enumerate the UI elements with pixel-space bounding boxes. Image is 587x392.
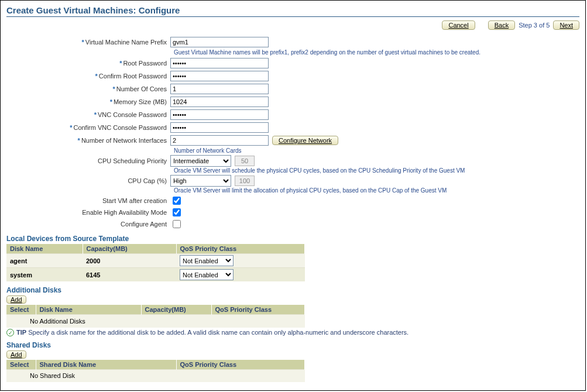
vm-name-prefix-label: Virtual Machine Name Prefix — [85, 39, 167, 46]
disk-name-cell: agent — [6, 254, 83, 268]
vnc-password-input[interactable] — [170, 109, 269, 120]
wizard-nav-bar: Cancel Back Step 3 of 5 Next — [6, 19, 579, 36]
col-qos: QoS Priority Class — [176, 244, 305, 254]
table-row: system 6145 Not Enabled — [6, 268, 305, 282]
configure-agent-label: Configure Agent — [121, 221, 167, 228]
cpu-sched-hint: Oracle VM Server will schedule the physi… — [12, 167, 579, 174]
qos-cell: Not Enabled — [176, 268, 305, 282]
tip-row: ✓ TIP Specify a disk name for the additi… — [6, 329, 579, 336]
start-vm-label: Start VM after creation — [102, 197, 167, 204]
additional-disks-table: Select Disk Name Capacity(MB) QoS Priori… — [6, 305, 305, 328]
disk-name-cell: system — [6, 268, 83, 282]
nic-count-input[interactable] — [170, 135, 269, 146]
col-disk-name: Disk Name — [6, 244, 83, 254]
col-qos: QoS Priority Class — [176, 360, 305, 370]
required-marker: * — [82, 39, 84, 46]
add-disk-button[interactable]: Add — [6, 295, 26, 304]
nic-hint: Number of Network Cards — [12, 147, 579, 154]
vm-name-prefix-input[interactable] — [170, 37, 269, 47]
vnc-password-label: VNC Console Password — [98, 111, 167, 118]
tip-label: TIP — [16, 329, 26, 336]
local-devices-table: Disk Name Capacity(MB) QoS Priority Clas… — [6, 244, 305, 281]
table-row: No Additional Disks — [6, 315, 305, 328]
qos-cell: Not Enabled — [176, 254, 305, 268]
nic-count-label: Number of Network Interfaces — [81, 137, 167, 144]
confirm-vnc-password-label: Confirm VNC Console Password — [73, 124, 167, 131]
root-password-label: Root Password — [123, 60, 167, 67]
col-qos: QoS Priority Class — [211, 305, 305, 315]
configure-network-button[interactable]: Configure Network — [272, 136, 338, 145]
cores-label: Number Of Cores — [116, 85, 167, 92]
configure-agent-checkbox[interactable] — [173, 220, 181, 228]
cpu-cap-label: CPU Cap (%) — [128, 177, 167, 184]
cpu-cap-select[interactable]: High — [170, 175, 231, 187]
col-select: Select — [6, 360, 36, 370]
page-title: Create Guest Virtual Machines: Configure — [6, 5, 579, 15]
shared-disks-table: Select Shared Disk Name QoS Priority Cla… — [6, 360, 305, 383]
cpu-sched-label: CPU Scheduling Priority — [98, 157, 167, 164]
capacity-cell: 2000 — [83, 254, 176, 268]
confirm-vnc-password-input[interactable] — [170, 122, 269, 133]
qos-select[interactable]: Not Enabled — [180, 255, 234, 266]
cores-input[interactable] — [170, 84, 269, 94]
empty-message: No Shared Disk — [6, 369, 305, 382]
qos-select[interactable]: Not Enabled — [180, 269, 234, 280]
ha-mode-checkbox[interactable] — [173, 208, 181, 216]
root-password-input[interactable] — [170, 58, 269, 68]
memory-input[interactable] — [170, 97, 269, 107]
col-capacity: Capacity(MB) — [141, 305, 211, 315]
start-vm-checkbox[interactable] — [173, 197, 181, 205]
cpu-sched-value-box: 50 — [235, 156, 255, 166]
col-disk-name: Shared Disk Name — [36, 360, 176, 370]
cpu-cap-value-box: 100 — [235, 176, 255, 186]
step-indicator: Step 3 of 5 — [519, 22, 550, 29]
table-row: No Shared Disk — [6, 369, 305, 382]
cpu-cap-hint: Oracle VM Server will limit the allocati… — [12, 187, 579, 194]
capacity-cell: 6145 — [83, 268, 176, 282]
next-button[interactable]: Next — [553, 20, 579, 30]
confirm-root-password-input[interactable] — [170, 71, 269, 81]
cancel-button[interactable]: Cancel — [442, 20, 475, 30]
back-button[interactable]: Back — [488, 20, 515, 30]
col-select: Select — [6, 305, 36, 315]
col-capacity: Capacity(MB) — [83, 244, 176, 254]
additional-disks-title: Additional Disks — [6, 286, 579, 294]
table-row: agent 2000 Not Enabled — [6, 254, 305, 268]
config-form: *Virtual Machine Name Prefix Guest Virtu… — [6, 36, 579, 230]
shared-disks-title: Shared Disks — [6, 341, 579, 349]
title-divider — [6, 16, 579, 17]
local-devices-title: Local Devices from Source Template — [6, 235, 579, 243]
col-disk-name: Disk Name — [36, 305, 141, 315]
cpu-sched-select[interactable]: Intermediate — [170, 155, 231, 167]
add-shared-disk-button[interactable]: Add — [6, 350, 26, 359]
tip-icon: ✓ — [6, 329, 14, 336]
ha-mode-label: Enable High Availability Mode — [82, 209, 167, 216]
memory-label: Memory Size (MB) — [114, 98, 167, 105]
vm-name-hint: Guest Virtual Machine names will be pref… — [12, 49, 579, 56]
tip-text: Specify a disk name for the additional d… — [28, 329, 409, 336]
empty-message: No Additional Disks — [6, 315, 305, 328]
confirm-root-password-label: Confirm Root Password — [99, 73, 167, 80]
